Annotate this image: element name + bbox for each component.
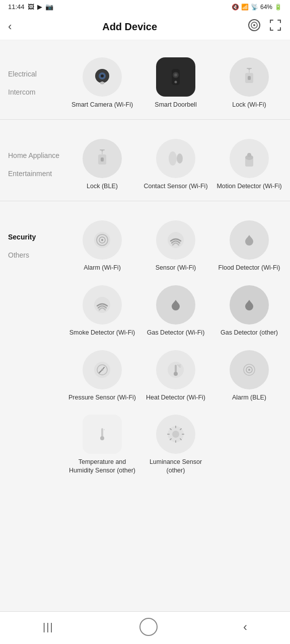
battery-icon: 🔋	[274, 4, 282, 11]
device-gas-detector-other[interactable]: Gas Detector (other)	[212, 281, 286, 341]
device-icon-temp: °	[83, 415, 122, 454]
devices-grid-intercom: Smart Camera (Wi-Fi) Smart Doorbell	[65, 49, 290, 117]
nav-home-button[interactable]	[139, 618, 158, 636]
section-label-home-appliance: Home Appliance Entertainment	[0, 131, 65, 179]
device-lock-wifi[interactable]: Lock (Wi-Fi)	[212, 53, 286, 113]
section-label-security: Security Others	[0, 212, 65, 260]
device-name-gas-detector-wifi: Gas Detector (Wi-Fi)	[147, 329, 205, 337]
frame-icon[interactable]	[269, 19, 282, 35]
svg-point-22	[169, 151, 177, 166]
device-smart-doorbell[interactable]: Smart Doorbell	[139, 53, 212, 113]
device-pressure-sensor[interactable]: Pressure Sensor (Wi-Fi)	[65, 346, 139, 406]
device-icon-smoke	[83, 285, 122, 325]
svg-point-49	[100, 436, 104, 440]
svg-rect-14	[248, 76, 251, 80]
svg-rect-48	[101, 428, 103, 437]
device-luminance-sensor[interactable]: Luminance Sensor (other)	[139, 411, 212, 479]
section-security: Security Others Alarm (Wi-Fi)	[0, 203, 290, 483]
svg-point-21	[101, 149, 103, 151]
status-time: 11:44 🖼 ▶ 📷	[8, 3, 53, 11]
time-display: 11:44	[8, 3, 25, 11]
device-name-smart-doorbell: Smart Doorbell	[155, 101, 196, 109]
device-temp-humidity[interactable]: ° Temperature and Humidity Sensor (other…	[65, 411, 139, 479]
section-label-electrical: Electrical Intercom	[0, 49, 65, 97]
svg-rect-7	[100, 82, 104, 84]
device-sensor-wifi[interactable]: Sensor (Wi-Fi)	[139, 216, 212, 276]
device-name-alarm-ble: Alarm (BLE)	[232, 393, 266, 402]
bottom-nav: ||| ‹	[0, 611, 290, 644]
device-icon-heat: °C	[156, 350, 195, 389]
device-icon-lock-ble	[83, 139, 122, 178]
device-icon-smart-camera	[83, 57, 122, 97]
battery-label: 64%	[260, 4, 272, 11]
svg-point-11	[175, 81, 177, 84]
svg-point-5	[101, 74, 104, 77]
svg-point-10	[174, 73, 177, 76]
device-contact-sensor[interactable]: Contact Sensor (Wi-Fi)	[139, 135, 212, 195]
device-name-heat-detector: Heat Detector (Wi-Fi)	[146, 393, 205, 402]
device-heat-detector[interactable]: °C Heat Detector (Wi-Fi)	[139, 346, 212, 406]
wifi-icon: 📶	[241, 4, 249, 11]
device-icon-contact	[156, 139, 195, 178]
svg-point-26	[247, 153, 251, 157]
device-gas-detector-wifi[interactable]: Gas Detector (Wi-Fi)	[139, 281, 212, 341]
header-icons	[248, 19, 282, 35]
svg-point-33	[94, 297, 110, 313]
svg-point-23	[177, 153, 183, 164]
svg-line-57	[170, 429, 171, 430]
device-smoke-detector[interactable]: Smoke Detector (Wi-Fi)	[65, 281, 139, 341]
mute-icon: 🔇	[232, 4, 239, 11]
scan-icon[interactable]	[248, 19, 261, 35]
device-name-flood-detector: Flood Detector (Wi-Fi)	[219, 264, 280, 272]
device-alarm-wifi[interactable]: Alarm (Wi-Fi)	[65, 216, 139, 276]
svg-point-41	[174, 372, 178, 376]
device-flood-detector[interactable]: Flood Detector (Wi-Fi)	[212, 216, 286, 276]
back-button[interactable]: ‹	[8, 20, 12, 33]
device-name-pressure-sensor: Pressure Sensor (Wi-Fi)	[68, 393, 136, 402]
svg-point-38	[101, 369, 103, 371]
device-icon-flood	[230, 220, 269, 260]
device-name-sensor-wifi: Sensor (Wi-Fi)	[156, 264, 196, 272]
status-bar: 11:44 🖼 ▶ 📷 🔇 📶 📡 64% 🔋	[0, 0, 290, 14]
svg-point-52	[172, 431, 179, 438]
svg-point-31	[168, 232, 184, 248]
section-home-appliance: Home Appliance Entertainment Lock (BLE)	[0, 122, 290, 199]
device-icon-sensor-wifi	[156, 220, 195, 260]
svg-line-59	[180, 429, 181, 430]
device-name-temp-humidity: Temperature and Humidity Sensor (other)	[67, 458, 137, 475]
svg-text:°C: °C	[177, 364, 181, 368]
devices-grid-security: Alarm (Wi-Fi) Sensor (Wi-Fi)	[65, 212, 290, 483]
page-title: Add Device	[102, 21, 157, 33]
svg-line-60	[170, 439, 171, 440]
device-icon-luminance	[156, 415, 195, 454]
device-name-smart-camera: Smart Camera (Wi-Fi)	[71, 101, 133, 109]
photo-icon: 🖼	[28, 3, 34, 11]
svg-point-2	[253, 24, 255, 26]
device-icon-gas-wifi	[156, 285, 195, 325]
device-name-luminance-sensor: Luminance Sensor (other)	[141, 458, 210, 475]
device-name-motion-detector: Motion Detector (Wi-Fi)	[216, 182, 281, 191]
device-name-contact-sensor: Contact Sensor (Wi-Fi)	[143, 182, 207, 191]
device-name-lock-ble: Lock (BLE)	[87, 182, 118, 191]
devices-grid-home: Lock (BLE) Contact Sensor (Wi-Fi)	[65, 131, 290, 199]
device-motion-detector[interactable]: Motion Detector (Wi-Fi)	[212, 135, 286, 195]
device-name-lock-wifi: Lock (Wi-Fi)	[232, 101, 266, 109]
svg-line-58	[180, 439, 181, 440]
svg-point-16	[248, 68, 250, 70]
device-icon-motion	[230, 139, 269, 178]
device-lock-ble[interactable]: Lock (BLE)	[65, 135, 139, 195]
device-alarm-ble[interactable]: Alarm (BLE)	[212, 346, 286, 406]
signal-icon: 📡	[251, 4, 258, 11]
section-intercom: Electrical Intercom Smart Camera (Wi-Fi)	[0, 40, 290, 117]
device-icon-smart-doorbell	[156, 57, 195, 97]
nav-back-button[interactable]: ‹	[243, 620, 247, 634]
top-bar: ‹ Add Device	[0, 14, 290, 40]
video-icon: ▶	[37, 3, 42, 11]
svg-point-46	[248, 369, 250, 371]
device-icon-pressure	[83, 350, 122, 389]
device-name-gas-detector-other: Gas Detector (other)	[221, 329, 278, 337]
nav-menu-button[interactable]: |||	[43, 621, 54, 633]
device-smart-camera[interactable]: Smart Camera (Wi-Fi)	[65, 53, 139, 113]
svg-rect-40	[175, 365, 177, 373]
device-icon-alarm-wifi	[83, 220, 122, 260]
